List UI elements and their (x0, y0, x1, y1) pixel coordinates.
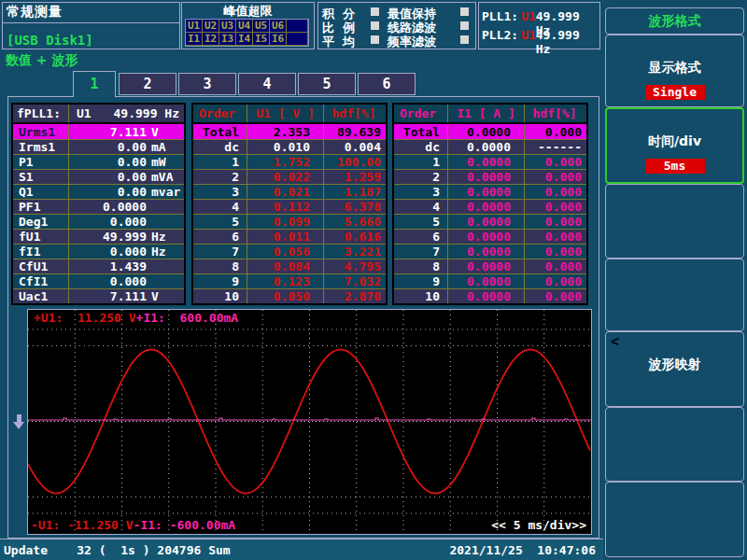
harmonic-order: 6 (394, 230, 448, 244)
harmonic-row: 100.0502.870 (193, 288, 386, 303)
harmonic-hdf: 3.221 (324, 245, 386, 259)
tab-5[interactable]: 5 (298, 73, 356, 95)
harmonic-order: 2 (394, 170, 448, 184)
harmonic-hdf: 0.000 (525, 259, 586, 273)
measurement-value: 0.0000 (69, 200, 147, 214)
tab-1[interactable]: 1 (73, 71, 116, 97)
harmonic-hdf: 1.187 (324, 185, 386, 199)
peak-limit-cell: U3 (219, 20, 236, 33)
measurement-label: CfU1 (13, 259, 69, 273)
pll-frequency: 49.999 Hz (536, 28, 597, 45)
harmonic-row: 10.00000.000 (394, 154, 586, 169)
toggle-checkbox[interactable] (460, 21, 469, 30)
harmonic-row: dc0.0100.004 (193, 139, 386, 154)
harmonic-value: 0.112 (247, 200, 324, 214)
harmonic-value: 0.021 (247, 185, 324, 199)
peak-limit-cell: I5 (253, 33, 270, 46)
harmonic-hdf: 0.000 (525, 230, 586, 244)
measurement-value: 0.000 (69, 274, 147, 288)
harmonic-table-voltage: Order U1 [ V ] hdf[%] Total2.35389.639dc… (191, 103, 388, 305)
softkey-label: 时间/div (607, 133, 742, 150)
tab-4[interactable]: 4 (238, 73, 296, 95)
measurement-value: 0.00 (69, 140, 147, 154)
measurement-row: fI10.000Hz (13, 244, 184, 259)
waveform-display: +U1: 11.250 V+I1: 600.00mA -U1: -11.250 … (27, 309, 592, 535)
harmonic-hdf: ------ (525, 140, 586, 154)
harmonic-order: 3 (193, 185, 247, 199)
peak-limit-row-current: I1I2I3I4I5I6 (186, 33, 308, 46)
harmonic-order: 8 (193, 259, 247, 273)
fpll-value: 49.999 Hz (114, 106, 184, 120)
tab-2[interactable]: 2 (119, 73, 176, 95)
toggle-checkbox[interactable] (460, 7, 469, 16)
softkey-2[interactable]: 时间/div5ms (605, 107, 744, 184)
harmonic-row: 70.00000.000 (394, 244, 586, 259)
toggle-label: 频率滤波 (388, 34, 436, 50)
harmonic-value: 0.099 (247, 215, 324, 229)
order-col-header: Order (394, 105, 448, 122)
softkey-label: 显示格式 (606, 60, 743, 77)
harmonic-table-current: Order I1 [ A ] hdf[%] Total0.00000.000dc… (392, 103, 588, 305)
measurement-value: 0.000 (69, 245, 147, 259)
tab-3[interactable]: 3 (178, 73, 236, 95)
harmonic-order: 3 (394, 185, 448, 199)
softkey-empty (605, 407, 744, 482)
tab-6[interactable]: 6 (358, 73, 416, 95)
softkey-5[interactable]: <波形映射 (605, 331, 744, 407)
measurement-value: 49.999 (69, 230, 147, 244)
softkey-empty (605, 184, 744, 259)
status-bar: Update 32 ( 1s ) 204796 Sum 2021/11/25 1… (0, 539, 603, 560)
pll-frequency: 49.999 Hz (536, 9, 597, 26)
peak-limit-grid: U1U2U3U4U5U6 I1I2I3I4I5I6 (185, 19, 309, 47)
display-mode-label: 数值 + 波形 (6, 52, 78, 69)
harmonic-value: 0.056 (247, 245, 324, 259)
harmonic-value: 0.0000 (448, 200, 525, 214)
measurement-label: P1 (13, 155, 69, 169)
sidebar-menu-title: 波形格式 (605, 7, 744, 35)
harmonic-value: 0.0000 (448, 274, 525, 288)
harmonic-order: 7 (193, 245, 247, 259)
measurement-label: fU1 (13, 230, 69, 244)
measurement-label: Irms1 (13, 140, 69, 154)
harmonic-row: 40.00000.000 (394, 199, 586, 214)
peak-limit-cell: I6 (270, 33, 287, 46)
harmonic-row: 50.0995.660 (193, 214, 386, 229)
harmonic-row: 90.1237.032 (193, 273, 386, 288)
peak-limit-cell: U5 (253, 20, 270, 33)
measurement-table-header: fPLL1: U1 49.999 Hz (13, 105, 184, 124)
measurement-label: CfI1 (13, 274, 69, 288)
harmonic-order: 6 (193, 230, 247, 244)
harmonic-current-header: Order I1 [ A ] hdf[%] (394, 105, 586, 124)
measurement-label: Urms1 (13, 124, 69, 139)
softkey-1[interactable]: 显示格式Single (605, 35, 744, 107)
i1-scale-min: -I1: -600.00mA (134, 518, 236, 532)
harmonic-value: 0.0000 (448, 230, 525, 244)
measurement-label: fI1 (13, 245, 69, 259)
measurement-value: 0.00 (69, 155, 147, 169)
harmonic-row: 60.0110.616 (193, 229, 386, 244)
peak-limit-cell: I2 (203, 33, 219, 46)
timebase-label: << 5 ms/div>> (491, 518, 586, 532)
u1-scale-max: +U1: 11.250 V (34, 311, 136, 325)
harmonic-value: 0.084 (247, 259, 324, 273)
softkey-label: 波形映射 (606, 357, 743, 373)
harmonic-order: 9 (394, 274, 448, 288)
harmonic-row: 20.00000.000 (394, 169, 586, 184)
harmonic-row: 30.0211.187 (193, 184, 386, 199)
back-arrow-icon: < (611, 333, 619, 350)
harmonic-hdf: 0.000 (525, 274, 586, 288)
harmonic-row: 20.0221.259 (193, 169, 386, 184)
harmonic-row: 100.00000.000 (394, 288, 586, 303)
pll-readout: PLL2:U149.999 Hz (482, 28, 597, 45)
toggle-checkbox[interactable] (460, 35, 469, 44)
harmonic-value: 0.123 (247, 274, 324, 288)
hdf-col-header: hdf[%] (525, 106, 586, 120)
harmonic-hdf: 100.00 (324, 155, 386, 169)
measurement-label: Uac1 (13, 289, 69, 303)
harmonic-value: 0.0000 (448, 185, 525, 199)
softkey-value-badge: 5ms (645, 159, 705, 174)
harmonic-order: 1 (193, 155, 247, 169)
harmonic-order: 4 (193, 200, 247, 214)
harmonic-value: 0.011 (247, 230, 324, 244)
peak-limit-box: 峰值超限 U1U2U3U4U5U6 I1I2I3I4I5I6 (181, 2, 315, 49)
